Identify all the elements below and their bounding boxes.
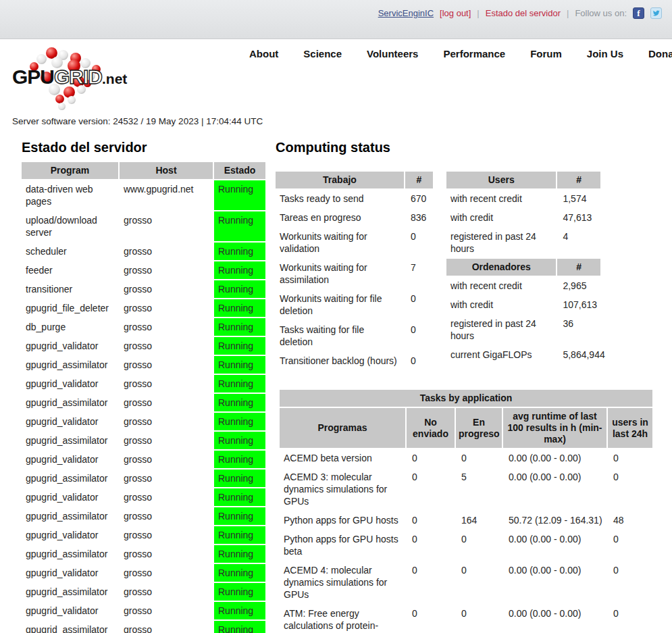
host-cell: grosso — [120, 280, 213, 298]
top-bar: ServicEnginIC [log out] | Estado del ser… — [0, 0, 672, 39]
task-row: Python apps for GPU hosts beta000.00 (0.… — [280, 530, 652, 560]
program-cell: gpugrid_validator — [22, 526, 118, 544]
users-24h-count: 48 — [608, 511, 652, 529]
table-row: gpugrid_validatorgrossoRunning — [22, 526, 265, 544]
program-cell: gpugrid_assimilator — [22, 583, 118, 601]
status-badge: Running — [214, 337, 265, 355]
users-24h-count: 0 — [608, 605, 652, 633]
task-row: ACEMD 4: molecular dynamics simulations … — [280, 561, 652, 603]
status-badge: Running — [214, 602, 265, 619]
nav-item-forum[interactable]: Forum — [530, 48, 562, 59]
status-badge: Running — [214, 243, 265, 260]
program-cell: gpugrid_assimilator — [22, 621, 118, 633]
host-cell: grosso — [120, 299, 213, 317]
logout-link[interactable]: [log out] — [440, 8, 471, 18]
table-row: gpugrid_validatorgrossoRunning — [22, 602, 265, 619]
table-row: gpugrid_assimilatorgrossoRunning — [22, 621, 265, 633]
trabajo-header-row: Trabajo # — [276, 172, 433, 188]
twitter-icon[interactable] — [650, 7, 662, 19]
status-badge: Running — [214, 545, 265, 563]
tasks-header-row: Programas No enviado En progreso avg run… — [280, 408, 652, 448]
twitter-bird-icon — [652, 9, 660, 17]
stat-value: 36 — [557, 315, 600, 345]
status-badge: Running — [214, 413, 265, 430]
nav-item-science[interactable]: Science — [303, 48, 342, 59]
table-row: gpugrid_validatorgrossoRunning — [22, 413, 265, 430]
username-link[interactable]: ServicEnginIC — [378, 8, 434, 18]
logo-text: GPUGRID.net — [12, 66, 127, 88]
avg-runtime: 0.00 (0.00 - 0.00) — [503, 605, 606, 633]
table-row: feedergrossoRunning — [22, 261, 265, 279]
gpugrid-logo[interactable]: GPUGRID.net — [11, 47, 119, 111]
separator: | — [567, 8, 569, 18]
column-header-users: Users — [446, 172, 556, 188]
stat-row: registered in past 24 hours4 — [446, 228, 600, 257]
status-badge: Running — [214, 299, 265, 317]
logo-gpu: GPU — [12, 66, 54, 88]
tasks-title-row: Tasks by application — [280, 390, 652, 407]
tasks-table-title: Tasks by application — [280, 390, 652, 407]
program-cell: gpugrid_validator — [22, 564, 118, 582]
nav-item-volunteers[interactable]: Volunteers — [367, 48, 418, 59]
avg-runtime: 0.00 (0.00 - 0.00) — [503, 561, 606, 603]
server-status-section: Estado del servidor Program Host Estado … — [20, 140, 272, 633]
host-cell: grosso — [120, 375, 213, 393]
facebook-icon[interactable]: f — [633, 7, 644, 19]
host-cell: grosso — [120, 602, 213, 619]
nav-item-performance[interactable]: Performance — [443, 48, 505, 59]
status-badge: Running — [214, 180, 265, 210]
nav-item-donate[interactable]: Donate — [648, 48, 672, 59]
in-progress-count: 0 — [456, 449, 502, 467]
stat-row: Tasks ready to send670 — [276, 190, 433, 207]
nav-item-join-us[interactable]: Join Us — [587, 48, 623, 59]
status-badge: Running — [214, 583, 265, 601]
molecule-sphere — [68, 96, 76, 104]
server-status-link[interactable]: Estado del servidor — [486, 8, 561, 18]
stat-row: with recent credit1,574 — [446, 190, 600, 207]
status-badge: Running — [214, 394, 265, 411]
host-cell: grosso — [120, 261, 213, 279]
stat-label: Transitioner backlog (hours) — [276, 352, 404, 370]
stat-label: with recent credit — [446, 190, 556, 207]
section-title-computing: Computing status — [276, 140, 656, 155]
application-name: ACEMD beta version — [280, 449, 405, 467]
host-cell: grosso — [120, 394, 213, 411]
molecule-sphere — [36, 54, 47, 64]
stat-value: 1,574 — [557, 190, 600, 207]
nav-item-about[interactable]: About — [249, 48, 278, 59]
program-cell: db_purge — [22, 318, 118, 336]
column-header-no-enviado: No enviado — [407, 408, 455, 448]
status-badge: Running — [214, 564, 265, 582]
in-progress-count: 164 — [456, 511, 502, 529]
host-cell: grosso — [120, 526, 213, 544]
in-progress-count: 0 — [456, 561, 502, 603]
stat-label: current GigaFLOPs — [446, 346, 556, 363]
host-cell: grosso — [120, 488, 213, 506]
status-badge: Running — [214, 526, 265, 544]
table-row: gpugrid_validatorgrossoRunning — [22, 337, 265, 355]
status-badge: Running — [214, 432, 265, 449]
table-row: transitionergrossoRunning — [22, 280, 265, 298]
stat-value: 2,965 — [557, 277, 600, 295]
stat-label: with credit — [446, 296, 556, 313]
application-name: ACEMD 3: molecular dynamics simulations … — [280, 468, 405, 510]
logo-net: .net — [102, 71, 127, 86]
column-header-users-24h: users in last 24h — [608, 408, 652, 448]
host-cell: grosso — [120, 211, 213, 241]
program-cell: gpugrid_assimilator — [22, 545, 118, 563]
avg-runtime: 0.00 (0.00 - 0.00) — [503, 468, 606, 510]
column-header-program: Program — [22, 162, 118, 179]
stat-value: 5,864,944 — [557, 346, 600, 363]
application-name: Python apps for GPU hosts — [280, 511, 405, 529]
stat-label: Workunits waiting for file deletion — [276, 290, 404, 320]
column-header-estado: Estado — [214, 162, 265, 179]
status-badge: Running — [214, 318, 265, 336]
unsent-count: 0 — [407, 511, 455, 529]
program-cell: upload/download server — [22, 211, 118, 241]
host-cell: grosso — [120, 564, 213, 582]
status-badge: Running — [214, 488, 265, 506]
stat-row: Tareas en progreso836 — [276, 209, 433, 226]
unsent-count: 0 — [407, 605, 455, 633]
users-header-row: Users # — [446, 172, 600, 188]
stat-value: 0 — [405, 352, 433, 370]
